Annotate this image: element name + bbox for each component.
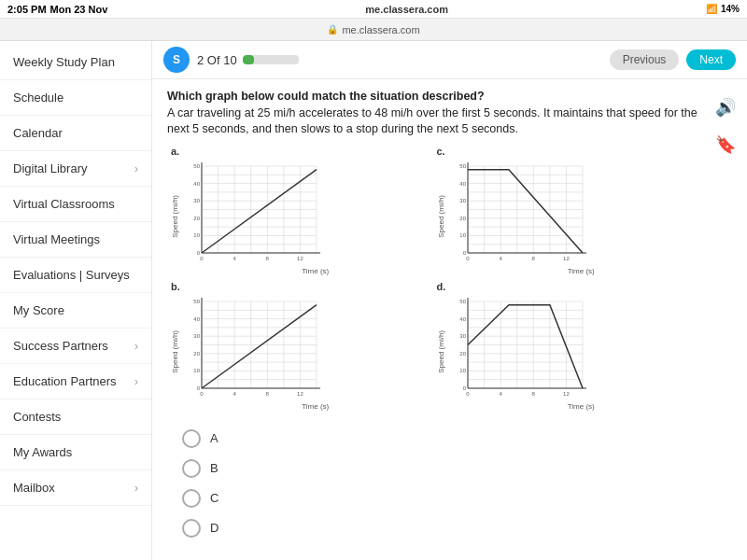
sidebar-item-schedule[interactable]: Schedule <box>0 80 151 116</box>
radio-d[interactable] <box>182 519 201 538</box>
sidebar-label-my-score: My Score <box>13 303 64 317</box>
progress-text: 2 Of 10 <box>197 53 237 67</box>
progress-bar-inner <box>243 55 254 64</box>
graph-a-xaxis: Time (s) <box>200 267 431 275</box>
answer-option-a[interactable]: A <box>182 424 685 454</box>
question-prompt: Which graph below could match the situat… <box>167 90 485 103</box>
answer-choices: A B C D <box>167 420 700 547</box>
date-display: Mon 23 Nov <box>50 4 108 15</box>
url-display: me.classera.com <box>365 4 448 15</box>
sidebar-item-success-partners[interactable]: Success Partners› <box>0 329 151 364</box>
lock-icon: 🔒 <box>327 24 338 35</box>
next-button[interactable]: Next <box>686 49 736 70</box>
sidebar-item-virtual-classrooms[interactable]: Virtual Classrooms <box>0 187 151 222</box>
graphs-grid: a. Speed (mi/h) Time (s) c. Speed (mi/h) <box>167 146 700 411</box>
avatar: S <box>163 47 190 73</box>
graph-c-inner: Time (s) <box>447 159 698 275</box>
sidebar-label-schedule: Schedule <box>13 91 63 105</box>
answer-option-c[interactable]: C <box>182 483 685 513</box>
graph-a-label: a. <box>171 146 431 157</box>
graph-a: a. Speed (mi/h) Time (s) <box>171 146 431 275</box>
question-description: A car traveling at 25 mi/h accelerates t… <box>167 106 698 136</box>
sidebar-label-digital-library: Digital Library <box>13 161 87 175</box>
graph-d-inner: Time (s) <box>447 294 698 411</box>
graph-c: c. Speed (mi/h) Time (s) <box>437 146 698 275</box>
answer-text-c: C <box>210 491 218 505</box>
sidebar-label-weekly-study-plan: Weekly Study Plan <box>13 55 115 69</box>
graph-c-wrapper: Speed (mi/h) Time (s) <box>437 159 698 275</box>
sidebar-item-education-partners[interactable]: Education Partners› <box>0 364 151 399</box>
graph-a-inner: Time (s) <box>181 159 431 275</box>
question-area: Which graph below could match the situat… <box>152 79 747 556</box>
sidebar-label-virtual-classrooms: Virtual Classrooms <box>13 197 115 211</box>
progress-bar-outer <box>243 55 299 64</box>
graph-c-xaxis: Time (s) <box>466 267 698 275</box>
app-container: Weekly Study PlanScheduleCalendarDigital… <box>0 41 747 560</box>
answer-option-b[interactable]: B <box>182 454 685 483</box>
sidebar-label-my-awards: My Awards <box>13 445 72 459</box>
sidebar-item-digital-library[interactable]: Digital Library› <box>0 151 151 187</box>
graph-b-inner: Time (s) <box>181 294 431 411</box>
chevron-icon: › <box>134 340 138 353</box>
top-bar: S 2 Of 10 Previous Next <box>152 41 747 79</box>
answer-text-a: A <box>210 431 218 445</box>
sidebar-label-education-partners: Education Partners <box>13 374 117 388</box>
graph-d-label: d. <box>437 281 698 292</box>
sidebar-item-weekly-study-plan[interactable]: Weekly Study Plan <box>0 45 151 80</box>
radio-b[interactable] <box>182 459 201 478</box>
sidebar-item-evaluations-surveys[interactable]: Evaluations | Surveys <box>0 258 151 293</box>
main-content: S 2 Of 10 Previous Next 🔊 🔖 Which graph <box>152 41 747 560</box>
url-text: me.classera.com <box>342 24 419 35</box>
progress-container: 2 Of 10 <box>197 53 299 67</box>
sidebar-label-evaluations-surveys: Evaluations | Surveys <box>13 268 130 282</box>
graph-c-yaxis: Speed (mi/h) <box>437 195 445 238</box>
graph-d-wrapper: Speed (mi/h) Time (s) <box>437 294 698 411</box>
graph-d-xaxis: Time (s) <box>466 402 698 411</box>
graph-b-yaxis: Speed (mi/h) <box>171 330 179 373</box>
graph-d-yaxis: Speed (mi/h) <box>437 330 445 373</box>
battery-display: 14% <box>721 4 740 14</box>
graph-d: d. Speed (mi/h) Time (s) <box>437 281 698 411</box>
graph-b-wrapper: Speed (mi/h) Time (s) <box>171 294 431 411</box>
answer-option-d[interactable]: D <box>182 513 685 543</box>
graph-c-label: c. <box>437 146 698 157</box>
sidebar-item-mailbox[interactable]: Mailbox› <box>0 470 151 506</box>
sidebar-label-calendar: Calendar <box>13 126 63 140</box>
audio-icon[interactable]: 🔊 <box>712 93 740 121</box>
chevron-icon: › <box>134 482 138 495</box>
sidebar-label-mailbox: Mailbox <box>13 481 55 495</box>
wifi-icon: 📶 <box>706 4 717 14</box>
bookmark-icon[interactable]: 🔖 <box>712 131 740 159</box>
previous-button[interactable]: Previous <box>610 49 680 70</box>
sidebar-label-contests: Contests <box>13 410 61 424</box>
sidebar-label-virtual-meetings: Virtual Meetings <box>13 232 100 246</box>
answer-text-d: D <box>210 521 218 535</box>
radio-a[interactable] <box>182 429 201 448</box>
graph-a-yaxis: Speed (mi/h) <box>171 195 179 238</box>
chevron-icon: › <box>134 162 138 175</box>
url-bar: 🔒 me.classera.com <box>0 19 747 41</box>
answer-text-b: B <box>210 461 218 475</box>
sidebar-item-my-score[interactable]: My Score <box>0 293 151 329</box>
radio-c[interactable] <box>182 489 201 508</box>
sidebar: Weekly Study PlanScheduleCalendarDigital… <box>0 41 152 560</box>
sidebar-item-calendar[interactable]: Calendar <box>0 116 151 151</box>
graph-b: b. Speed (mi/h) Time (s) <box>171 281 431 411</box>
status-bar: 2:05 PM Mon 23 Nov me.classera.com 📶 14% <box>0 0 747 19</box>
graph-b-xaxis: Time (s) <box>200 402 431 411</box>
sidebar-item-my-awards[interactable]: My Awards <box>0 435 151 470</box>
chevron-icon: › <box>134 375 138 388</box>
side-icons: 🔊 🔖 <box>712 93 740 159</box>
graph-b-label: b. <box>171 281 431 292</box>
top-bar-left: S 2 Of 10 <box>163 47 299 73</box>
graph-a-wrapper: Speed (mi/h) Time (s) <box>171 159 431 275</box>
sidebar-label-success-partners: Success Partners <box>13 339 108 353</box>
time-display: 2:05 PM <box>7 4 47 15</box>
top-bar-right: Previous Next <box>610 49 736 70</box>
sidebar-item-virtual-meetings[interactable]: Virtual Meetings <box>0 222 151 258</box>
sidebar-item-contests[interactable]: Contests <box>0 399 151 435</box>
question-text: Which graph below could match the situat… <box>167 89 700 138</box>
